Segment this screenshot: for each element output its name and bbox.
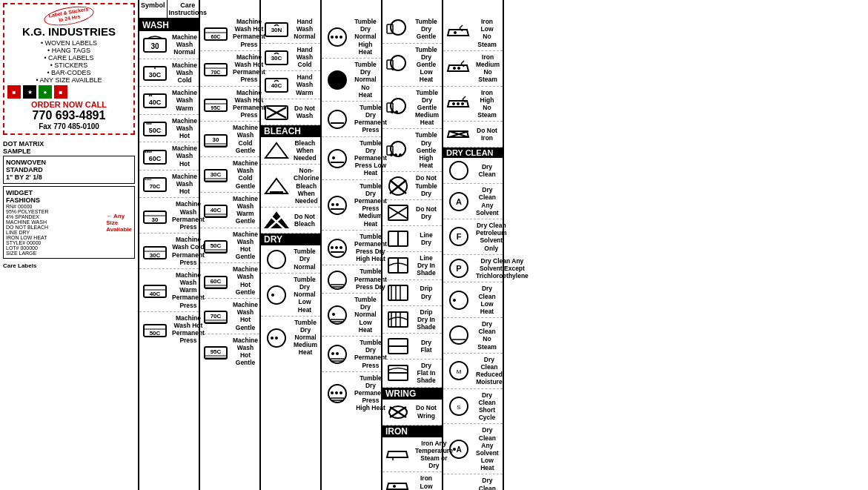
c3-row-3: 40C Hand Wash Warm <box>261 71 320 99</box>
c3-row-5: Bleach When Needed <box>261 137 320 165</box>
c6-inst-1: Iron Low No Steam <box>473 17 501 49</box>
svg-text:30: 30 <box>213 136 219 143</box>
svg-text:40C: 40C <box>271 82 282 89</box>
c3-inst-6: Non-Chlorine Bleach When Needed <box>291 166 322 205</box>
c5-inst-7: Line Dry <box>412 231 440 247</box>
column-4: Tumble Dry Normal High Heat Tumble Dry N… <box>322 0 382 490</box>
c6-sym-9 <box>445 289 473 311</box>
c3-inst-4: Do Not Wash <box>291 104 319 120</box>
c2-sym-4: 30 <box>202 128 230 150</box>
icon-red-square: ■ <box>7 85 21 99</box>
c6-sym-13: A <box>445 438 473 460</box>
bullet-2: HANG TAGS <box>7 47 130 54</box>
c3-inst-10: Tumble Dry Normal Medium Heat <box>291 318 320 357</box>
wash-symbol-7: 30 <box>141 205 169 227</box>
svg-line-176 <box>460 25 463 28</box>
svg-text:40C: 40C <box>150 291 161 297</box>
c5-sym-12 <box>384 362 412 384</box>
c2-inst-5: Machine Wash Cold Gentle <box>230 159 261 191</box>
c2-sym-6: 40C <box>202 199 230 221</box>
c5-sym-8 <box>384 254 412 277</box>
c3-row-2: 30C Hand Wash Cold <box>261 44 320 72</box>
c5-row-10: Drip Dry In Shade <box>382 306 442 334</box>
c5-row-9: Drip Dry <box>382 280 442 306</box>
svg-point-184 <box>461 102 464 105</box>
c6-row-5: Dry Clean <box>443 158 503 184</box>
svg-point-179 <box>457 67 460 70</box>
svg-point-104 <box>335 246 338 249</box>
c6-inst-7: Dry Clean Petroleum Solvent Only <box>473 221 510 253</box>
wash-row-4: 50C••• Machine Wash Hot <box>139 115 199 143</box>
c2-sym-2: 70C <box>202 57 230 79</box>
c5-inst-2: Tumble Dry Gentle Low Heat <box>412 45 440 85</box>
c2-row-5: 30C Machine Wash Cold Gentle <box>200 157 259 193</box>
c5-inst-12: Dry Flat In Shade <box>412 361 440 385</box>
wash-row-5: 60C•••• Machine Wash Hot <box>139 142 199 170</box>
c6-sym-7: F <box>445 225 473 248</box>
c3-inst-5: Bleach When Needed <box>291 139 319 163</box>
c6-row-8: P Dry Clean Any Solvent Except Trichloro… <box>443 255 503 283</box>
c3-inst-7: Do Not Bleach <box>291 212 319 228</box>
c2-inst-7: Machine Wash Hot Gentle <box>230 230 261 262</box>
svg-text:S: S <box>457 404 460 411</box>
svg-text:30C: 30C <box>211 171 222 178</box>
svg-text:30C: 30C <box>271 55 282 62</box>
c4-row-5: Tumble Dry Permanent Press Medium Heat <box>322 180 381 231</box>
c5-inst-4: Tumble Dry Gentle High Heat <box>412 130 440 170</box>
c4-sym-4 <box>323 147 351 169</box>
icon-red-rect: ■ <box>54 85 67 99</box>
wash-inst-6: Machine Wash Hot <box>169 172 200 196</box>
c5-row-7: Line Dry <box>382 226 442 252</box>
c5-inst-8: Line Dry In Shade <box>412 254 440 278</box>
svg-point-198 <box>450 326 468 344</box>
c5-sym-9 <box>384 282 412 304</box>
c6-inst-5: Dry Clean <box>473 162 501 179</box>
c6-sym-3 <box>445 93 473 115</box>
c4-row-9: Tumble Dry Permanent Press <box>322 337 381 372</box>
wring-header: WRING <box>382 388 442 400</box>
wash-inst-3: Machine Wash Warm <box>169 88 200 113</box>
c2-sym-8: 60C <box>202 270 230 292</box>
c6-row-9: Dry Clean Low Heat <box>443 282 503 318</box>
c2-inst-6: Machine Wash Warm Gentle <box>230 194 261 226</box>
c6-row-12: S Dry Clean Short Cycle <box>443 389 503 425</box>
main-content: Symbol Care Instructions WASH 30 Machine… <box>139 0 868 490</box>
c5-row-6: Do Not Dry <box>382 200 442 226</box>
c4-inst-1: Tumble Dry Normal High Heat <box>351 17 380 56</box>
c3-row-6: Non-Chlorine Bleach When Needed <box>261 165 320 208</box>
bullet-1: WOVEN LABELS <box>7 39 130 47</box>
svg-marker-75 <box>265 143 288 158</box>
svg-text:•••••: ••••• <box>144 177 152 182</box>
c4-sym-7 <box>323 268 351 291</box>
c6-inst-6: Dry Clean Any Solvent <box>473 185 502 217</box>
c3-sym-8 <box>262 248 291 270</box>
c2-row-2: 70C Machine Wash Hot Permanent Press <box>200 51 259 87</box>
c2-inst-10: Machine Wash Hot Gentle <box>230 336 261 368</box>
c6-sym-5 <box>445 159 473 182</box>
column-2: 60C Machine Wash Hot Permanent Press 70C… <box>200 0 261 490</box>
svg-text:30N: 30N <box>271 27 282 33</box>
col1-header: Symbol Care Instructions <box>139 0 199 19</box>
c5-inst-9: Drip Dry <box>412 284 440 300</box>
c2-sym-1: 60C <box>202 21 230 44</box>
wash-header: WASH <box>139 19 199 31</box>
svg-point-131 <box>391 110 394 113</box>
wash-symbol-10: 50C <box>141 318 169 340</box>
sidebar-bullets: WOVEN LABELS HANG TAGS CARE LABELS STICK… <box>7 39 130 84</box>
svg-text:50C: 50C <box>211 242 222 249</box>
dry-header: DRY <box>261 234 320 245</box>
svg-text:30C: 30C <box>149 71 162 79</box>
c6-sym-11: M <box>445 360 473 382</box>
svg-point-121 <box>331 391 334 394</box>
c5-inst-11: Dry Flat <box>412 338 440 354</box>
c5-row-5: Do Not Tumble Dry <box>382 172 442 200</box>
c6-sym-8: P <box>445 257 473 279</box>
sidebar: Label & Stickers In 24 Hrs K.G. INDUSTRI… <box>0 0 139 490</box>
svg-text:P: P <box>456 264 461 273</box>
dot-matrix: DOT MATRIXSAMPLE <box>3 140 135 155</box>
c3-sym-3: 40C <box>262 73 291 96</box>
wash-row-7: 30 Machine Wash Permanent Press <box>139 198 199 234</box>
c6-inst-2: Iron Medium No Steam <box>473 53 503 85</box>
svg-point-189 <box>450 162 468 179</box>
c2-sym-7: 50C <box>202 234 230 256</box>
